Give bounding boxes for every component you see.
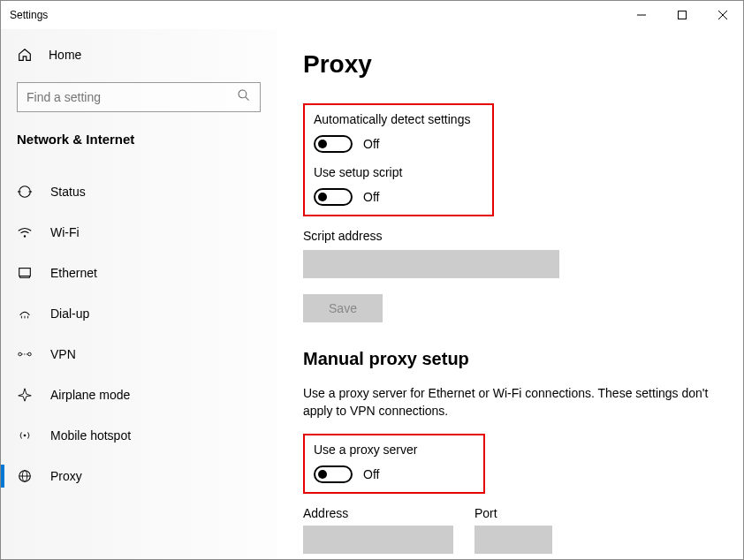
- sidebar-item-hotspot[interactable]: Mobile hotspot: [1, 415, 277, 456]
- svg-point-6: [19, 186, 31, 198]
- sidebar-item-vpn[interactable]: VPN: [1, 334, 277, 375]
- svg-point-15: [19, 352, 22, 356]
- page-title: Proxy: [303, 50, 722, 79]
- use-proxy-label: Use a proxy server: [314, 443, 474, 457]
- address-label: Address: [303, 506, 453, 520]
- address-port-row: Address Port: [303, 506, 722, 559]
- save-button[interactable]: Save: [303, 294, 383, 322]
- svg-point-4: [239, 90, 247, 98]
- section-title: Network & Internet: [1, 112, 277, 155]
- manual-heading: Manual proxy setup: [303, 349, 722, 369]
- home-nav[interactable]: Home: [1, 38, 277, 72]
- content-area: Proxy Automatically detect settings Off …: [277, 29, 743, 559]
- port-input[interactable]: [474, 526, 552, 554]
- svg-rect-11: [20, 276, 30, 278]
- window-body: Home Network & Internet Status: [1, 29, 743, 559]
- window-controls: [621, 1, 743, 29]
- sidebar-item-label: Mobile hotspot: [50, 428, 131, 443]
- sidebar-item-label: Wi-Fi: [50, 225, 80, 239]
- dialup-icon: [17, 306, 33, 322]
- script-address-label: Script address: [303, 229, 722, 243]
- sidebar-item-label: Airplane mode: [50, 388, 130, 402]
- sidebar-item-wifi[interactable]: Wi-Fi: [1, 212, 277, 253]
- auto-detect-state: Off: [363, 137, 379, 151]
- address-input[interactable]: [303, 526, 453, 554]
- sidebar-item-airplane[interactable]: Airplane mode: [1, 375, 277, 415]
- svg-point-16: [28, 352, 32, 356]
- sidebar-item-label: VPN: [50, 347, 76, 361]
- close-button[interactable]: [702, 1, 743, 29]
- highlight-manual-proxy: Use a proxy server Off: [303, 434, 485, 494]
- vpn-icon: [17, 346, 33, 362]
- svg-rect-10: [19, 269, 31, 276]
- sidebar-item-label: Proxy: [50, 469, 82, 483]
- search-box[interactable]: [17, 82, 261, 112]
- highlight-auto-setup: Automatically detect settings Off Use se…: [303, 103, 494, 216]
- use-script-state: Off: [363, 190, 379, 204]
- svg-line-5: [246, 97, 249, 101]
- auto-detect-toggle[interactable]: [314, 135, 353, 153]
- nav-list: Status Wi-Fi Ethernet: [1, 171, 277, 496]
- airplane-icon: [17, 387, 33, 403]
- sidebar-item-proxy[interactable]: Proxy: [1, 456, 277, 496]
- ethernet-icon: [17, 265, 33, 281]
- wifi-icon: [17, 224, 33, 240]
- sidebar-item-label: Status: [50, 185, 86, 199]
- port-label: Port: [474, 506, 552, 520]
- home-label: Home: [49, 48, 81, 62]
- titlebar: Settings: [1, 1, 743, 29]
- search-icon: [237, 88, 251, 106]
- sidebar-item-ethernet[interactable]: Ethernet: [1, 253, 277, 293]
- window-title: Settings: [10, 9, 48, 21]
- use-script-label: Use setup script: [314, 165, 483, 179]
- svg-rect-1: [679, 11, 687, 19]
- use-proxy-state: Off: [363, 467, 379, 481]
- sidebar-item-label: Dial-up: [50, 306, 89, 321]
- sidebar: Home Network & Internet Status: [1, 29, 277, 559]
- auto-detect-label: Automatically detect settings: [314, 112, 483, 126]
- hotspot-icon: [17, 428, 33, 443]
- settings-window: Settings Home: [0, 0, 744, 560]
- minimize-button[interactable]: [621, 1, 662, 29]
- proxy-icon: [17, 468, 33, 484]
- maximize-button[interactable]: [662, 1, 702, 29]
- sidebar-item-label: Ethernet: [50, 266, 97, 280]
- home-icon: [17, 47, 33, 63]
- svg-point-9: [24, 235, 26, 237]
- sidebar-item-dialup[interactable]: Dial-up: [1, 293, 277, 334]
- sidebar-item-status[interactable]: Status: [1, 171, 277, 212]
- use-proxy-toggle[interactable]: [314, 465, 353, 483]
- script-address-input[interactable]: [303, 250, 559, 278]
- status-icon: [17, 184, 33, 200]
- manual-description: Use a proxy server for Ethernet or Wi-Fi…: [303, 385, 710, 420]
- use-script-toggle[interactable]: [314, 188, 353, 206]
- svg-point-18: [24, 435, 27, 437]
- search-input[interactable]: [27, 90, 237, 104]
